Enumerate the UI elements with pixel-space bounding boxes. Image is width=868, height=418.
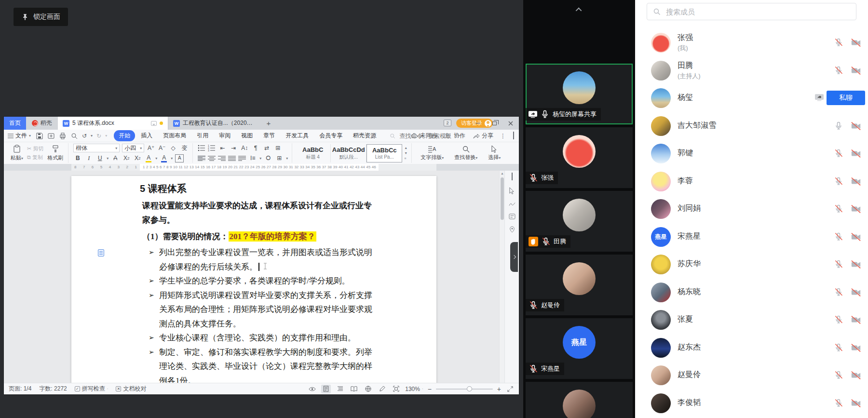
zoom-in-button[interactable]: +: [497, 385, 501, 393]
member-row[interactable]: 刘同娟: [635, 195, 868, 223]
chevron-down-icon[interactable]: ▾: [105, 134, 107, 138]
member-row[interactable]: 田腾(主持人): [635, 57, 868, 84]
format-painter-button[interactable]: 格式刷: [46, 145, 64, 162]
camera-off-icon[interactable]: [851, 315, 861, 324]
collapse-panel-icon[interactable]: [512, 174, 513, 180]
distribute-icon[interactable]: [238, 155, 246, 161]
find-replace-button[interactable]: 查找替换▾: [450, 145, 481, 161]
member-row[interactable]: 吉大邹淑雪: [635, 112, 868, 140]
paste-button[interactable]: 粘贴▾: [10, 145, 24, 162]
camera-off-icon[interactable]: [851, 121, 861, 131]
video-tile[interactable]: 赵曼伶: [526, 255, 633, 315]
insert-table-icon[interactable]: ⊞: [273, 144, 282, 152]
menu-item[interactable]: 页面布局: [158, 130, 191, 141]
page-view-icon[interactable]: [321, 385, 331, 393]
member-row[interactable]: 赵曼伶: [635, 362, 868, 389]
justify-icon[interactable]: [228, 155, 236, 161]
member-row[interactable]: 杨东晓: [635, 279, 868, 306]
mic-muted-icon[interactable]: [834, 370, 843, 380]
mic-muted-icon[interactable]: [834, 398, 843, 408]
camera-off-icon[interactable]: [851, 343, 861, 352]
chevron-down-icon[interactable]: ▾: [107, 156, 108, 161]
print-preview-icon[interactable]: [70, 132, 78, 140]
menu-item[interactable]: 开发工具: [281, 130, 313, 141]
share-button[interactable]: 分享: [472, 132, 493, 140]
line-spacing-icon[interactable]: I≡: [248, 154, 257, 162]
vertical-scrollbar[interactable]: ▲: [499, 171, 504, 383]
style-cell[interactable]: AaBbCcDd默认段...: [331, 144, 366, 162]
member-row[interactable]: 苏庆华: [635, 251, 868, 278]
camera-off-icon[interactable]: [851, 38, 861, 47]
wps-docer-tab[interactable]: 稻壳: [26, 117, 58, 130]
mic-icon[interactable]: [834, 121, 843, 131]
fullscreen-icon[interactable]: [505, 385, 515, 393]
camera-off-icon[interactable]: [851, 287, 861, 297]
collapse-ribbon-icon[interactable]: [513, 133, 514, 139]
mic-muted-icon[interactable]: [834, 259, 843, 269]
signature-icon[interactable]: [509, 201, 515, 207]
mic-muted-icon[interactable]: [834, 232, 843, 242]
undo-icon[interactable]: ↺: [82, 133, 87, 139]
mic-muted-icon[interactable]: [834, 204, 843, 214]
private-chat-button[interactable]: 私聊: [827, 91, 865, 105]
zoom-slider[interactable]: [436, 389, 493, 390]
file-menu[interactable]: 文件 ▾: [8, 132, 31, 140]
menu-item[interactable]: 引用: [192, 130, 213, 141]
scrollbar-thumb[interactable]: [501, 177, 504, 220]
read-view-icon[interactable]: [349, 385, 359, 393]
sync-status[interactable]: 未同步: [410, 132, 437, 140]
video-tile[interactable]: [526, 382, 633, 418]
member-row[interactable]: 郭键: [635, 140, 868, 167]
font-size-select[interactable]: 小四▾: [122, 144, 144, 152]
mic-muted-icon[interactable]: [834, 38, 843, 47]
zoom-out-button[interactable]: −: [428, 385, 432, 393]
video-tile[interactable]: 杨玺的屏幕共享: [526, 64, 633, 124]
bullet-list-icon[interactable]: [198, 145, 205, 151]
cursor-arrow-icon[interactable]: [509, 187, 515, 194]
grow-font-icon[interactable]: A⁺: [147, 144, 155, 152]
menu-item[interactable]: 插入: [136, 130, 157, 141]
minimize-button[interactable]: [474, 119, 482, 128]
chevron-down-icon[interactable]: ▾: [91, 134, 93, 138]
location-pin-icon[interactable]: [509, 226, 515, 233]
superscript-icon[interactable]: X2: [122, 154, 131, 162]
show-marks-icon[interactable]: ¶: [251, 144, 260, 152]
member-row[interactable]: 张夏: [635, 306, 868, 334]
align-center-icon[interactable]: [208, 155, 216, 161]
eye-protect-icon[interactable]: [307, 385, 317, 393]
camera-off-icon[interactable]: [851, 370, 861, 380]
chevron-down-icon[interactable]: ▾: [171, 156, 173, 161]
restore-button[interactable]: [490, 119, 499, 128]
print-icon[interactable]: [59, 132, 67, 140]
fit-page-icon[interactable]: [391, 385, 401, 393]
word-count[interactable]: 字数: 2272: [39, 385, 67, 393]
document-tab-active[interactable]: W 5 课程体系.docx: [58, 117, 168, 130]
edit-pen-icon[interactable]: [377, 385, 387, 393]
italic-button[interactable]: I: [84, 154, 93, 162]
shading-icon[interactable]: 🞆: [264, 154, 272, 162]
scroll-up-icon[interactable]: ▲: [501, 172, 504, 175]
style-gallery-arrows[interactable]: ▲▼≡: [402, 146, 409, 160]
menu-item[interactable]: 稻壳资源: [348, 130, 381, 141]
member-row[interactable]: 张强(我): [635, 29, 868, 56]
increase-indent-icon[interactable]: ⇥: [229, 144, 238, 152]
menu-item[interactable]: 会员专享: [314, 130, 347, 141]
menu-item[interactable]: 章节: [258, 130, 280, 141]
copy-button[interactable]: ⧉ 复制: [27, 154, 43, 161]
video-tile[interactable]: 田腾: [526, 191, 633, 252]
mic-muted-icon[interactable]: [834, 315, 843, 324]
collapse-thumbnails-button[interactable]: [570, 5, 589, 14]
chevron-down-icon[interactable]: ▾: [259, 156, 261, 161]
lock-view-button[interactable]: 锁定画面: [14, 8, 68, 26]
text-layout-button[interactable]: A 文字排版▾: [417, 145, 448, 161]
camera-off-icon[interactable]: [851, 259, 861, 269]
member-row[interactable]: 杨玺 私聊: [635, 84, 868, 112]
zoom-level[interactable]: 130% ·: [405, 386, 423, 392]
export-icon[interactable]: [47, 132, 55, 140]
font-name-select[interactable]: 楷体▾: [73, 144, 120, 152]
camera-off-icon[interactable]: [851, 398, 861, 408]
mic-muted-icon[interactable]: [834, 148, 843, 158]
subscript-icon[interactable]: X2: [133, 154, 142, 162]
font-color-icon[interactable]: A: [160, 154, 168, 162]
bold-button[interactable]: B: [73, 154, 82, 162]
